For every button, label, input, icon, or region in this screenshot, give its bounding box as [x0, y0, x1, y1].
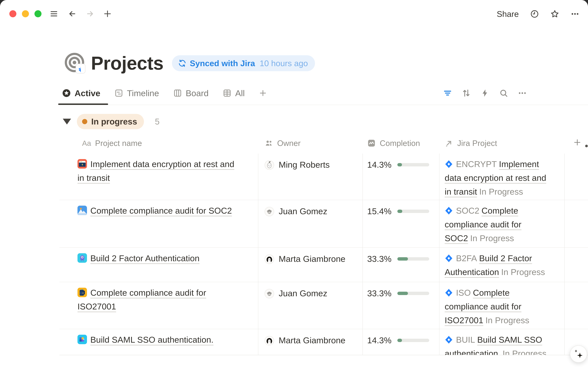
- jira-key: ENCRYPT: [456, 159, 497, 169]
- status-dot-icon: [82, 119, 87, 124]
- table-row[interactable]: Complete compliance audit for SOC2 Juan …: [59, 200, 588, 248]
- page-title[interactable]: Projects: [91, 52, 163, 74]
- project-title-link[interactable]: Complete compliance audit for ISO27001: [77, 288, 206, 311]
- table-header: Aa Project name Owner Completion Jira Pr…: [0, 135, 588, 154]
- add-view-button[interactable]: [259, 89, 267, 97]
- progress-fill: [397, 210, 402, 213]
- completion-value: 15.4%: [367, 204, 391, 218]
- plus-icon: [259, 89, 267, 97]
- mountain-photo-icon: [77, 205, 87, 215]
- header-more-icon[interactable]: [585, 141, 588, 144]
- jira-status: In Progress: [479, 187, 523, 196]
- filter-icon[interactable]: [443, 89, 452, 98]
- add-column-button[interactable]: [573, 138, 581, 147]
- app-window: Share Projects: [0, 0, 588, 367]
- tab-all[interactable]: All: [223, 88, 245, 98]
- table-row[interactable]: Implement data encryption at rest and in…: [59, 154, 588, 200]
- hamburger-icon[interactable]: [50, 9, 58, 18]
- avatar-juan-gomez: [265, 207, 274, 216]
- search-icon[interactable]: [499, 89, 508, 98]
- history-clock-icon[interactable]: [530, 9, 539, 18]
- close-traffic-light[interactable]: [9, 10, 17, 17]
- more-ellipsis-icon[interactable]: [518, 89, 527, 98]
- project-title-link[interactable]: Build SAML SSO authentication.: [90, 335, 214, 344]
- table-row[interactable]: Build 2 Factor Authentication Marta Giam…: [59, 248, 588, 282]
- project-title-link[interactable]: Build 2 Factor Authentication: [90, 253, 199, 263]
- progress-fill: [397, 163, 402, 167]
- jira-key: SOC2: [456, 206, 480, 216]
- new-tab-plus-icon[interactable]: [103, 9, 112, 18]
- chart-icon: [367, 139, 376, 147]
- table-bottom-edge: [0, 355, 588, 367]
- sort-icon[interactable]: [462, 89, 471, 98]
- jira-status: In Progress: [470, 233, 514, 243]
- column-header-project-name[interactable]: Aa Project name: [82, 135, 142, 151]
- project-title-link[interactable]: Complete compliance audit for SOC2: [90, 206, 232, 216]
- column-divider[interactable]: [564, 154, 564, 355]
- avatar-ming-roberts: [265, 160, 274, 169]
- progress-bar: [397, 292, 429, 295]
- back-arrow-icon[interactable]: [68, 9, 76, 18]
- progress-bar: [397, 257, 429, 261]
- wallet-icon: [77, 287, 87, 297]
- tabs-divider: [58, 105, 588, 105]
- column-header-completion[interactable]: Completion: [367, 135, 420, 151]
- jira-status: In Progress: [485, 315, 529, 325]
- column-header-owner[interactable]: Owner: [265, 135, 301, 151]
- jira-diamond-icon: [445, 287, 453, 295]
- jira-sync-badge[interactable]: Synced with Jira 10 hours ago: [172, 55, 315, 71]
- favorite-star-icon[interactable]: [550, 9, 559, 18]
- progress-fill: [397, 339, 402, 342]
- board-columns-icon: [173, 89, 182, 98]
- table-grid-icon: [223, 89, 232, 98]
- completion-value: 33.3%: [367, 286, 391, 300]
- jira-diamond-icon: [445, 158, 453, 167]
- table-row[interactable]: Complete compliance audit for ISO27001 J…: [59, 282, 588, 329]
- forward-arrow-icon[interactable]: [86, 9, 94, 18]
- jira-diamond-icon: [445, 253, 453, 261]
- tab-active[interactable]: Active: [62, 88, 100, 98]
- page-target-icon[interactable]: [64, 52, 87, 75]
- sync-label: Synced with Jira: [190, 58, 255, 68]
- column-divider[interactable]: [258, 154, 258, 355]
- minimize-traffic-light[interactable]: [22, 10, 29, 17]
- progress-fill: [397, 257, 408, 261]
- project-title-link[interactable]: Implement data encryption at rest and in…: [77, 159, 234, 183]
- more-ellipsis-icon[interactable]: [571, 9, 580, 18]
- completion-value: 14.3%: [367, 334, 391, 347]
- status-group-label: In progress: [91, 117, 137, 126]
- collapse-triangle-icon[interactable]: [63, 119, 71, 125]
- column-header-jira-project[interactable]: Jira Project: [445, 135, 497, 151]
- tab-timeline[interactable]: Timeline: [114, 88, 159, 98]
- sync-time: 10 hours ago: [260, 58, 308, 68]
- star-circle-icon: [62, 89, 71, 98]
- ai-assistant-button[interactable]: [570, 345, 587, 363]
- alien-monster-icon: [77, 253, 87, 262]
- progress-bar: [397, 210, 429, 213]
- owner-name: Marta Giambrone: [279, 252, 346, 266]
- titlebar: Share: [0, 0, 588, 28]
- completion-value: 14.3%: [367, 158, 391, 172]
- view-tabs-row: Active Timeline Board All: [0, 84, 588, 105]
- people-icon: [265, 139, 273, 147]
- table-body: Implement data encryption at rest and in…: [0, 154, 588, 367]
- jira-status: In Progress: [501, 267, 545, 277]
- share-button[interactable]: Share: [497, 10, 519, 18]
- column-divider[interactable]: [439, 154, 439, 355]
- lightning-icon[interactable]: [480, 89, 489, 98]
- group-count: 5: [155, 117, 160, 126]
- timeline-icon: [114, 89, 123, 98]
- jira-key: ISO: [456, 288, 471, 298]
- avatar-juan-gomez: [265, 289, 274, 298]
- zoom-traffic-light[interactable]: [34, 10, 41, 17]
- tab-board[interactable]: Board: [173, 88, 208, 98]
- completion-value: 33.3%: [367, 252, 391, 266]
- arrow-up-right-icon: [445, 139, 453, 147]
- encryption-app-icon: [77, 159, 87, 168]
- avatar-marta-giambrone: [265, 254, 274, 264]
- jira-key: B2FA: [456, 253, 477, 263]
- active-tab-underline: [58, 103, 108, 105]
- jira-key: BUIL: [456, 335, 475, 344]
- column-divider[interactable]: [363, 154, 363, 355]
- status-group-pill[interactable]: In progress: [77, 114, 144, 129]
